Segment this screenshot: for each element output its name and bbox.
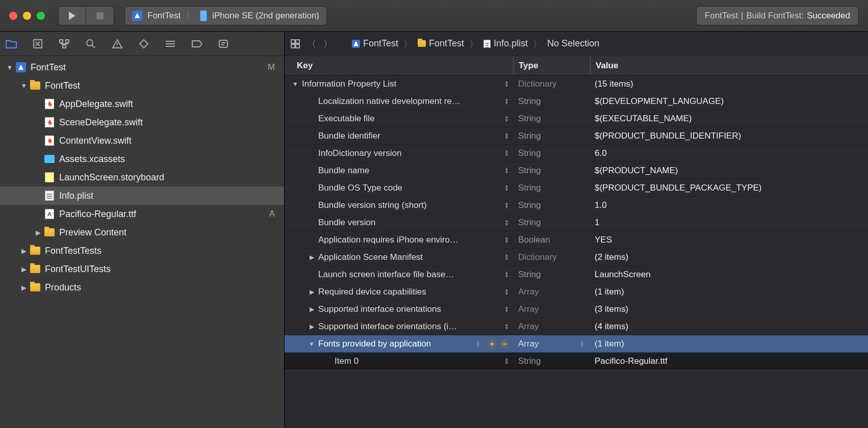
disclosure-triangle-icon[interactable]: ▶ bbox=[35, 229, 42, 236]
plist-key[interactable]: Bundle identifier bbox=[318, 131, 380, 141]
key-stepper[interactable]: ▲▼ bbox=[504, 150, 509, 157]
key-stepper[interactable]: ▲▼ bbox=[504, 358, 509, 365]
jump-bar-project[interactable]: FontTest bbox=[352, 38, 398, 49]
plist-type[interactable]: String bbox=[513, 114, 541, 124]
plist-row[interactable]: Bundle version string (short)▲▼String1.0 bbox=[285, 197, 868, 214]
go-back-button[interactable]: 〈 bbox=[306, 38, 317, 49]
go-forward-button[interactable]: 〉 bbox=[322, 38, 334, 49]
plist-key[interactable]: Application requires iPhone enviro… bbox=[318, 235, 458, 245]
plist-type[interactable]: String bbox=[513, 200, 541, 210]
key-stepper[interactable]: ▲▼ bbox=[504, 219, 509, 226]
plist-value[interactable]: LaunchScreen bbox=[595, 270, 651, 279]
run-button[interactable] bbox=[58, 6, 86, 25]
plist-value[interactable]: (1 item) bbox=[595, 339, 624, 349]
plist-type[interactable]: String bbox=[513, 270, 541, 280]
plist-key[interactable]: InfoDictionary version bbox=[318, 148, 401, 158]
plist-key[interactable]: Application Scene Manifest bbox=[318, 252, 423, 262]
plist-value[interactable]: $(EXECUTABLE_NAME) bbox=[595, 114, 692, 123]
plist-value[interactable]: (15 items) bbox=[595, 79, 633, 89]
plist-key[interactable]: Fonts provided by application bbox=[318, 339, 431, 349]
plist-row[interactable]: Bundle name▲▼String$(PRODUCT_NAME) bbox=[285, 162, 868, 179]
plist-row[interactable]: Executable file▲▼String$(EXECUTABLE_NAME… bbox=[285, 110, 868, 127]
column-header-key[interactable]: Key bbox=[285, 61, 513, 71]
test-navigator-tab[interactable] bbox=[138, 38, 150, 50]
plist-type[interactable]: String bbox=[513, 166, 541, 176]
minimize-window-button[interactable] bbox=[23, 12, 31, 20]
tree-item[interactable]: AppDelegate.swift bbox=[0, 95, 284, 113]
plist-key[interactable]: Localization native development re… bbox=[318, 96, 461, 106]
plist-value[interactable]: 6.0 bbox=[595, 148, 607, 158]
plist-type[interactable]: String bbox=[513, 131, 541, 141]
plist-row[interactable]: Bundle version▲▼String1 bbox=[285, 214, 868, 231]
plist-value[interactable]: $(PRODUCT_BUNDLE_IDENTIFIER) bbox=[595, 131, 741, 141]
key-stepper[interactable]: ▲▼ bbox=[504, 254, 509, 261]
plist-value[interactable]: 1 bbox=[595, 218, 599, 227]
disclosure-triangle-icon[interactable]: ▶ bbox=[20, 284, 28, 291]
key-stepper[interactable]: ▲▼ bbox=[476, 340, 480, 347]
tree-item[interactable]: ▼FontTest bbox=[0, 76, 284, 95]
plist-type[interactable]: Dictionary bbox=[513, 79, 557, 89]
plist-value[interactable]: Pacifico-Regular.ttf bbox=[595, 356, 668, 366]
plist-row[interactable]: Launch screen interface file base…▲▼Stri… bbox=[285, 266, 868, 283]
plist-value[interactable]: (1 item) bbox=[595, 287, 624, 297]
plist-row[interactable]: Bundle OS Type code▲▼String$(PRODUCT_BUN… bbox=[285, 179, 868, 197]
plist-row[interactable]: ▶Supported interface orientations▲▼Array… bbox=[285, 301, 868, 318]
plist-type[interactable]: Array bbox=[513, 322, 539, 332]
report-navigator-tab[interactable] bbox=[217, 38, 229, 50]
source-control-navigator-tab[interactable] bbox=[32, 38, 44, 50]
plist-key[interactable]: Supported interface orientations bbox=[318, 304, 441, 314]
plist-value[interactable]: (4 items) bbox=[595, 322, 628, 331]
key-stepper[interactable]: ▲▼ bbox=[504, 167, 509, 174]
plist-type[interactable]: String bbox=[513, 183, 541, 193]
disclosure-triangle-icon[interactable]: ▼ bbox=[292, 81, 299, 88]
key-stepper[interactable]: ▲▼ bbox=[504, 81, 509, 88]
plist-type[interactable]: String bbox=[513, 218, 541, 228]
plist-key[interactable]: Required device capabilities bbox=[318, 287, 426, 297]
plist-key[interactable]: Bundle name bbox=[318, 166, 369, 176]
issue-navigator-tab[interactable] bbox=[111, 38, 123, 50]
plist-row[interactable]: Localization native development re…▲▼Str… bbox=[285, 93, 868, 110]
plist-row[interactable]: ▼Fonts provided by application▲▼+−Array▲… bbox=[285, 335, 868, 353]
plist-value[interactable]: $(PRODUCT_NAME) bbox=[595, 166, 678, 175]
tree-item[interactable]: Info.plist bbox=[0, 186, 284, 205]
add-row-button[interactable]: + bbox=[488, 339, 497, 349]
key-stepper[interactable]: ▲▼ bbox=[504, 115, 509, 122]
tree-item[interactable]: LaunchScreen.storyboard bbox=[0, 168, 284, 186]
key-stepper[interactable]: ▲▼ bbox=[504, 98, 509, 105]
plist-type[interactable]: Array bbox=[513, 287, 539, 297]
jump-bar-file[interactable]: Info.plist bbox=[483, 38, 528, 49]
debug-navigator-tab[interactable] bbox=[164, 38, 176, 50]
column-header-value[interactable]: Value bbox=[591, 61, 868, 71]
disclosure-triangle-icon[interactable]: ▶ bbox=[308, 323, 315, 330]
plist-value[interactable]: (2 items) bbox=[595, 252, 628, 262]
plist-value[interactable]: 1.0 bbox=[595, 200, 607, 210]
plist-key[interactable]: Bundle version string (short) bbox=[318, 200, 427, 210]
plist-key[interactable]: Supported interface orientations (i… bbox=[318, 322, 457, 332]
disclosure-triangle-icon[interactable]: ▶ bbox=[308, 288, 315, 296]
find-navigator-tab[interactable] bbox=[85, 38, 97, 50]
tree-item[interactable]: ▶FontTestTests bbox=[0, 242, 284, 260]
plist-type[interactable]: Boolean bbox=[513, 235, 550, 245]
tree-item[interactable]: SceneDelegate.swift bbox=[0, 113, 284, 131]
stop-button[interactable] bbox=[86, 6, 114, 25]
plist-type[interactable]: Array bbox=[513, 339, 539, 349]
plist-type[interactable]: String bbox=[513, 96, 541, 106]
plist-type[interactable]: Array bbox=[513, 304, 539, 314]
jump-bar-selection[interactable]: No Selection bbox=[547, 38, 599, 49]
plist-row[interactable]: Item 0▲▼StringPacifico-Regular.ttf bbox=[285, 353, 868, 370]
remove-row-button[interactable]: − bbox=[500, 339, 509, 349]
activity-status-bar[interactable]: FontTest | Build FontTest: Succeeded bbox=[696, 6, 859, 25]
plist-row[interactable]: ▶Application Scene Manifest▲▼Dictionary(… bbox=[285, 249, 868, 266]
plist-row[interactable]: Application requires iPhone enviro…▲▼Boo… bbox=[285, 231, 868, 249]
plist-type[interactable]: String bbox=[513, 356, 541, 366]
tree-item[interactable]: APacifico-Regular.ttfA bbox=[0, 205, 284, 223]
key-stepper[interactable]: ▲▼ bbox=[504, 271, 509, 278]
plist-key[interactable]: Launch screen interface file base… bbox=[318, 270, 454, 280]
plist-key[interactable]: Item 0 bbox=[335, 356, 359, 366]
key-stepper[interactable]: ▲▼ bbox=[504, 323, 509, 330]
disclosure-triangle-icon[interactable]: ▼ bbox=[6, 64, 13, 71]
plist-key[interactable]: Executable file bbox=[318, 114, 375, 124]
symbol-navigator-tab[interactable] bbox=[58, 38, 70, 50]
disclosure-triangle-icon[interactable]: ▶ bbox=[308, 306, 315, 313]
disclosure-triangle-icon[interactable]: ▼ bbox=[308, 340, 315, 347]
